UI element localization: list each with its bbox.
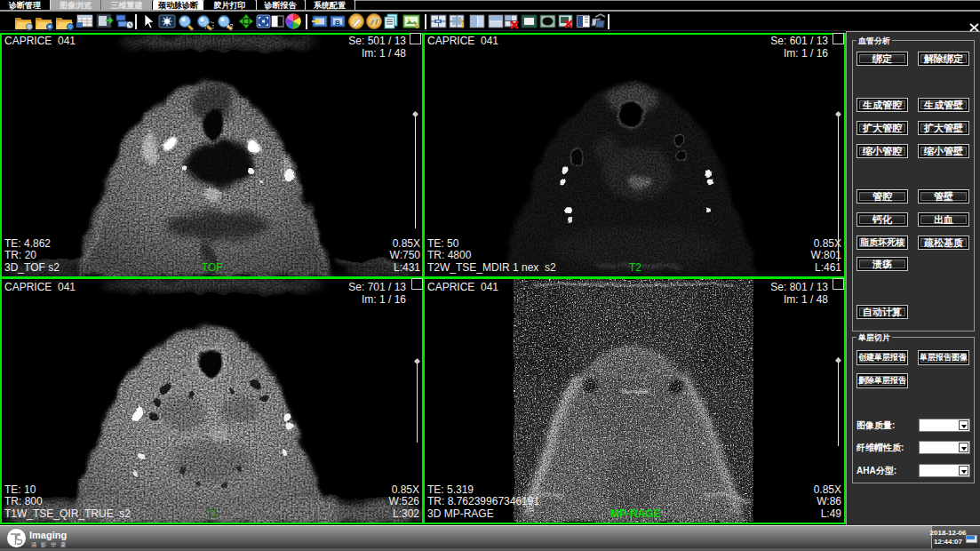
svg-text:B: B — [335, 19, 340, 27]
svg-text:x2: x2 — [227, 23, 234, 29]
